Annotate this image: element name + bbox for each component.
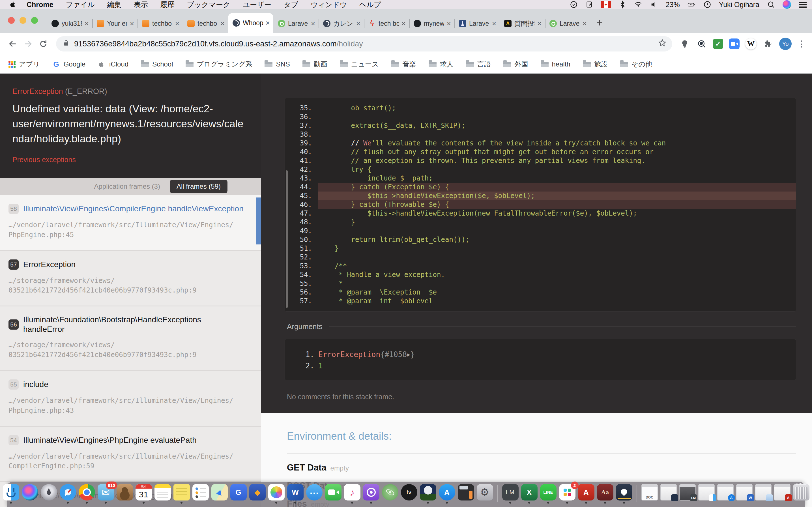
dock-item-moon-app[interactable] [419, 484, 437, 504]
bookmark-item[interactable]: 動画 [302, 60, 327, 69]
previous-exceptions-link[interactable]: Previous exceptions [12, 156, 248, 164]
dock-item-podcasts[interactable] [362, 484, 380, 504]
dock-item-calendar[interactable]: 8月31 [135, 484, 153, 504]
logged-in-user[interactable]: Yuki Ogihara [719, 1, 759, 9]
browser-tab[interactable]: techbo× [183, 14, 228, 33]
browser-tab[interactable]: Your en× [92, 14, 137, 33]
dock-item-minimized-window-preview[interactable] [755, 484, 772, 501]
tab-close-icon[interactable]: × [356, 20, 360, 27]
stack-frame-56[interactable]: 56Illuminate\Foundation\Bootstrap\Handle… [0, 305, 261, 370]
dock-item-minimized-window-acrobat[interactable]: A [773, 484, 791, 501]
bookmark-item[interactable]: その他 [620, 60, 652, 69]
browser-tab[interactable]: techbo× [137, 14, 183, 33]
wikipedia-extension-icon[interactable]: W [745, 38, 757, 50]
dock-item-stickies[interactable] [173, 484, 190, 504]
menu-item-1[interactable]: Chrome [26, 1, 53, 9]
menu-item-2[interactable]: ファイル [66, 0, 95, 9]
menu-item-7[interactable]: ユーザー [243, 0, 271, 9]
dock-item-shield-app[interactable] [615, 484, 633, 504]
dock-item-dictionary[interactable]: Aa [596, 484, 614, 504]
stack-frame-54[interactable]: 54Illuminate\View\Engines\PhpEngine eval… [0, 426, 261, 482]
extensions-puzzle-icon[interactable] [762, 38, 773, 50]
browser-tab[interactable]: tech bo× [364, 14, 409, 33]
battery-charging-icon[interactable] [687, 0, 696, 9]
dock-item-chrome[interactable] [78, 484, 96, 504]
browser-tab[interactable]: Laravel× [545, 14, 590, 33]
browser-tab[interactable]: yuki318× [47, 14, 92, 33]
tab-close-icon[interactable]: × [311, 20, 315, 27]
bluetooth-icon[interactable] [618, 0, 627, 9]
dock-item-minimized-window-finder[interactable] [698, 484, 715, 501]
dock-item-reminders[interactable] [192, 484, 209, 501]
tab-close-icon[interactable]: × [537, 20, 541, 27]
tab-close-icon[interactable]: × [401, 20, 406, 27]
browser-tab[interactable]: Laravel× [273, 14, 318, 33]
spotlight-search-icon[interactable] [767, 0, 775, 9]
dock-item-slack[interactable]: 2 [559, 484, 576, 504]
browser-tab[interactable]: Whoop× [228, 13, 273, 33]
dock-item-system-preferences[interactable]: ⚙ [476, 484, 494, 501]
bookmark-item[interactable]: 求人 [429, 60, 454, 69]
dock-item-minimized-window-appstore[interactable]: A [717, 484, 734, 501]
menu-item-6[interactable]: ブックマーク [187, 0, 230, 9]
dock-item-acrobat[interactable]: A [577, 484, 595, 504]
tab-close-icon[interactable]: × [220, 20, 225, 27]
dock-item-safari[interactable] [59, 484, 77, 504]
dock-item-photos[interactable] [268, 484, 285, 504]
apple-logo-icon[interactable] [9, 1, 16, 8]
bookmark-item[interactable]: ニュース [340, 60, 379, 69]
bookmark-item[interactable]: iCloud [98, 60, 128, 68]
bookmark-item[interactable]: 施設 [583, 60, 608, 69]
menu-item-5[interactable]: 履歴 [160, 0, 175, 9]
browser-tab[interactable]: Laravel× [454, 14, 500, 33]
canada-flag-icon[interactable]: ✦ [601, 1, 611, 8]
dock-item-atom[interactable] [382, 484, 399, 501]
reload-button[interactable] [37, 37, 50, 50]
menu-item-4[interactable]: 表示 [134, 0, 148, 9]
tab-close-icon[interactable]: × [583, 20, 587, 27]
expand-object-icon[interactable]: ▶ [407, 349, 410, 360]
bookmark-item[interactable]: GGoogle [52, 60, 85, 68]
notification-center-icon[interactable] [798, 0, 807, 9]
zoom-extension-icon[interactable] [729, 39, 740, 49]
bookmark-item[interactable]: health [541, 60, 570, 68]
tab-close-icon[interactable]: × [492, 20, 496, 27]
bookmark-item[interactable]: School [141, 60, 173, 68]
browser-tab[interactable]: mynew× [409, 14, 454, 33]
browser-tab[interactable]: カレンダ× [318, 14, 364, 33]
bookmark-item[interactable]: SNS [265, 60, 290, 68]
dock-item-logo-maker[interactable]: LM [502, 484, 519, 504]
close-window-button[interactable] [8, 17, 15, 24]
dock-item-blue-diamond-app[interactable]: ◆ [249, 484, 266, 501]
dock-item-minimized-doc[interactable]: DOC [641, 484, 658, 501]
tab-close-icon[interactable]: × [130, 20, 134, 27]
bookmark-item[interactable]: 音楽 [391, 60, 416, 69]
code-viewer[interactable]: 35. ob_start();36. 37. extract($__data, … [285, 98, 796, 312]
dock-item-trash[interactable] [793, 484, 810, 501]
checkmark-circle-icon[interactable] [570, 0, 578, 9]
tab-application-frames[interactable]: Application frames (3) [94, 182, 160, 190]
address-bar[interactable]: 91536736e9844ba2b48c55cb79c2d10f.vfs.clo… [56, 36, 672, 52]
dock-item-word[interactable]: W [287, 484, 304, 504]
stack-frame-55[interactable]: 55include…/vendor/laravel/framework/src/… [0, 370, 261, 426]
dock-item-notes[interactable] [154, 484, 171, 501]
stack-frame-57[interactable]: 57ErrorException…/storage/framework/view… [0, 250, 261, 306]
dock-item-facetime[interactable] [325, 484, 342, 501]
bookmark-item[interactable]: プログラミング系 [186, 60, 252, 69]
shield-search-extension-icon[interactable] [696, 38, 707, 50]
dock-item-minimized-window-word[interactable]: W [736, 484, 753, 501]
dock-item-line[interactable]: LINE [539, 484, 557, 504]
dock-item-apple-tv[interactable]: tv [400, 484, 418, 501]
browser-tab[interactable]: 質問投稿× [500, 14, 545, 33]
fullscreen-window-button[interactable] [31, 17, 38, 24]
tab-close-icon[interactable]: × [175, 20, 179, 27]
siri-icon[interactable] [782, 0, 791, 9]
dock-item-shortcuts[interactable]: G [230, 484, 247, 501]
menu-item-3[interactable]: 編集 [107, 0, 121, 9]
dock-item-mail[interactable]: 910 [97, 484, 115, 504]
bookmark-star-icon[interactable] [658, 39, 666, 49]
new-tab-button[interactable]: + [593, 16, 606, 30]
profile-avatar[interactable]: Yo [779, 38, 792, 50]
dock-item-finder[interactable] [2, 484, 20, 504]
back-button[interactable] [6, 37, 19, 50]
